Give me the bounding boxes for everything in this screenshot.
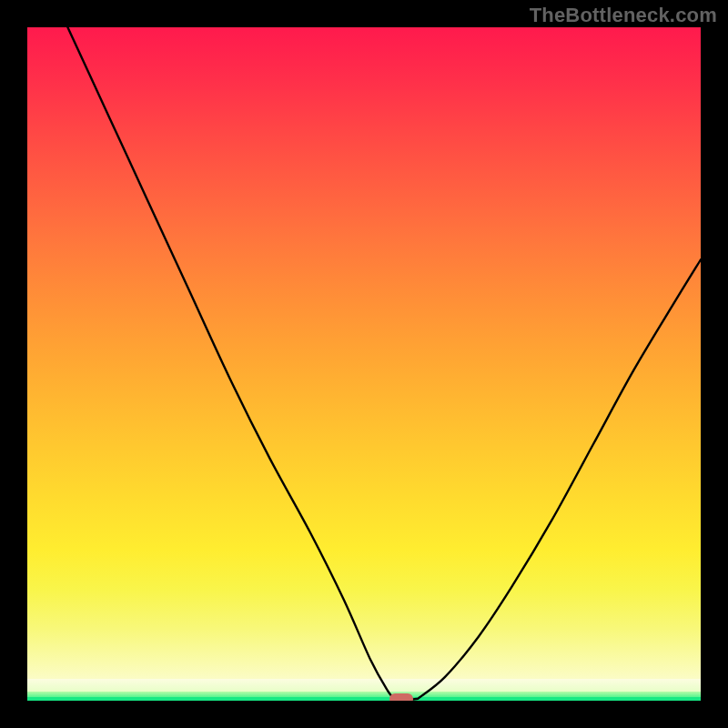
chart-frame: TheBottleneck.com: [0, 0, 728, 728]
curve-path: [67, 27, 701, 700]
minimum-marker: [389, 693, 413, 701]
watermark-text: TheBottleneck.com: [530, 4, 717, 27]
plot-area: [27, 27, 701, 701]
bottleneck-curve: [27, 27, 701, 701]
